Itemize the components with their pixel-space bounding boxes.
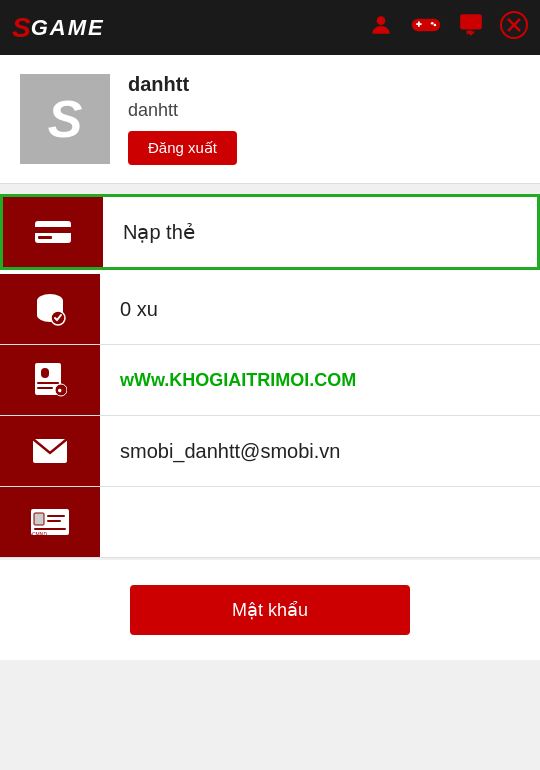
svg-point-4 [431,21,434,24]
menu-item-website[interactable]: wWw.KHOGIAITRIMOI.COM [0,345,540,416]
card-icon [34,218,72,246]
password-button[interactable]: Mật khẩu [130,585,410,635]
cmnd-icon-box: CMND [0,487,100,557]
coin-icon [32,291,68,327]
svg-rect-12 [38,236,52,239]
logo: S GAME [12,12,105,44]
nap-the-icon-box [3,197,103,267]
menu-item-email[interactable]: smobi_danhtt@smobi.vn [0,416,540,487]
password-btn-container: Mật khẩu [0,560,540,660]
svg-rect-3 [418,21,420,26]
header: S GAME [0,0,540,55]
contact-icon [33,362,67,398]
profile-username: danhtt [128,73,237,96]
xu-label: 0 xu [100,298,540,321]
profile-section: S danhtt danhtt Đăng xuất [0,55,540,184]
svg-rect-11 [35,227,71,233]
xu-icon-box [0,274,100,344]
chat-icon[interactable] [458,12,484,44]
logout-button[interactable]: Đăng xuất [128,131,237,165]
svg-point-0 [377,16,386,25]
menu-list: Nạp thẻ 0 xu [0,194,540,558]
svg-rect-6 [460,14,482,29]
logo-s-letter: S [12,12,31,44]
website-label: wWw.KHOGIAITRIMOI.COM [100,370,540,391]
svg-rect-20 [41,368,49,378]
menu-item-nap-the[interactable]: Nạp thẻ [0,194,540,270]
svg-rect-26 [34,513,44,525]
logo-game-text: GAME [31,15,105,41]
profile-id: danhtt [128,100,237,121]
email-label: smobi_danhtt@smobi.vn [100,440,540,463]
svg-rect-22 [37,387,53,389]
profile-info: danhtt danhtt Đăng xuất [128,73,237,165]
email-icon-box [0,416,100,486]
nap-the-wrapper: Nạp thẻ [0,194,540,270]
email-icon [32,437,68,465]
gamepad-icon[interactable] [410,14,442,42]
menu-item-xu[interactable]: 0 xu [0,274,540,345]
id-card-icon: CMND [30,507,70,537]
nap-the-label: Nạp thẻ [103,220,537,244]
website-icon-box [0,345,100,415]
avatar: S [20,74,110,164]
close-icon[interactable] [500,11,528,45]
svg-rect-29 [34,528,66,530]
svg-rect-28 [47,520,61,522]
menu-item-cmnd[interactable]: CMND [0,487,540,558]
profile-icon[interactable] [368,12,394,44]
svg-text:CMND: CMND [32,531,47,537]
svg-rect-21 [37,382,59,384]
svg-point-5 [434,23,437,26]
header-icons [368,11,528,45]
avatar-letter: S [48,93,83,145]
svg-rect-27 [47,515,65,517]
